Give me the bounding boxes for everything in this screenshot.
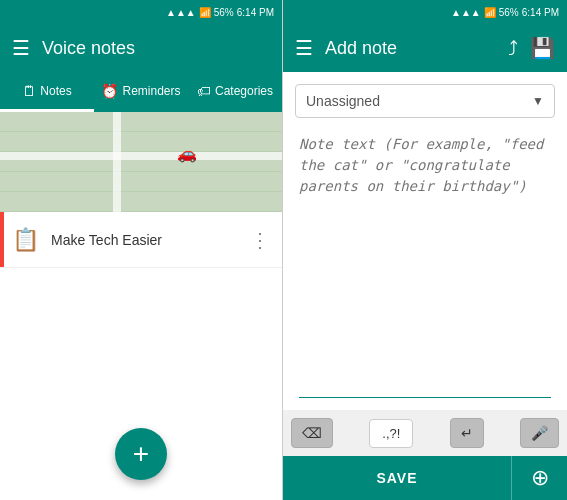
map-road-vertical (113, 112, 121, 212)
note-more-icon[interactable]: ⋮ (250, 228, 270, 252)
left-status-bar: ▲▲▲ 📶 56% 6:14 PM (0, 0, 282, 24)
add-circle-icon: ⊕ (531, 465, 549, 491)
fab-add-button[interactable]: + (115, 428, 167, 480)
map-background (0, 112, 282, 212)
right-battery-text: 56% (499, 7, 519, 18)
note-text-input[interactable] (295, 130, 555, 385)
dropdown-arrow-icon: ▼ (532, 94, 544, 108)
tab-notes[interactable]: 🗒 Notes (0, 72, 94, 112)
add-circle-button[interactable]: ⊕ (511, 456, 567, 500)
fab-plus-icon: + (133, 438, 149, 470)
save-icon[interactable]: 💾 (530, 36, 555, 60)
note-item-title: Make Tech Easier (51, 232, 238, 248)
left-app-title: Voice notes (42, 38, 270, 59)
left-time: 6:14 PM (237, 7, 274, 18)
punctuation-key[interactable]: .,?! (369, 419, 413, 448)
left-panel: ▲▲▲ 📶 56% 6:14 PM ☰ Voice notes 🗒 Notes … (0, 0, 283, 500)
map-road-horizontal (0, 152, 282, 160)
enter-key[interactable]: ↵ (450, 418, 484, 448)
left-toolbar: ☰ Voice notes (0, 24, 282, 72)
map-area: 🚗 (0, 112, 282, 212)
right-signal-icon: ▲▲▲ (451, 7, 481, 18)
categories-tab-label: Categories (215, 84, 273, 98)
action-buttons-row: SAVE ⊕ (283, 456, 567, 500)
notes-tab-label: Notes (40, 84, 71, 98)
right-status-icons: ▲▲▲ 📶 56% 6:14 PM (451, 7, 559, 18)
save-button[interactable]: SAVE (283, 456, 511, 500)
left-battery-text: 56% (214, 7, 234, 18)
categories-tab-icon: 🏷 (197, 83, 211, 99)
note-item-icon: 📋 (12, 227, 39, 253)
notes-tab-icon: 🗒 (22, 83, 36, 99)
tab-reminders[interactable]: ⏰ Reminders (94, 72, 188, 112)
input-underline (299, 397, 551, 398)
map-car-icon: 🚗 (177, 144, 197, 163)
keyboard-top-row: ⌫ .,?! ↵ 🎤 (283, 414, 567, 452)
dropdown-label: Unassigned (306, 93, 380, 109)
tab-categories[interactable]: 🏷 Categories (188, 72, 282, 112)
share-icon[interactable]: ⤴ (508, 37, 518, 60)
left-status-icons: ▲▲▲ 📶 56% 6:14 PM (166, 7, 274, 18)
right-hamburger-icon[interactable]: ☰ (295, 36, 313, 60)
reminders-tab-icon: ⏰ (101, 83, 118, 99)
mic-key[interactable]: 🎤 (520, 418, 559, 448)
hamburger-icon[interactable]: ☰ (12, 36, 30, 60)
left-wifi-icon: 📶 (199, 7, 211, 18)
right-status-bar: ▲▲▲ 📶 56% 6:14 PM (283, 0, 567, 24)
note-list-item[interactable]: 📋 Make Tech Easier ⋮ (0, 212, 282, 268)
left-signal-icon: ▲▲▲ (166, 7, 196, 18)
backspace-key[interactable]: ⌫ (291, 418, 333, 448)
right-content-area: Unassigned ▼ (283, 72, 567, 410)
right-wifi-icon: 📶 (484, 7, 496, 18)
right-panel: ▲▲▲ 📶 56% 6:14 PM ☰ Add note ⤴ 💾 Unassig… (283, 0, 567, 500)
red-indicator-bar (0, 212, 4, 267)
tabs-bar: 🗒 Notes ⏰ Reminders 🏷 Categories (0, 72, 282, 112)
right-app-title: Add note (325, 38, 496, 59)
right-toolbar: ☰ Add note ⤴ 💾 (283, 24, 567, 72)
category-dropdown[interactable]: Unassigned ▼ (295, 84, 555, 118)
right-time: 6:14 PM (522, 7, 559, 18)
keyboard-area: ⌫ .,?! ↵ 🎤 (283, 410, 567, 456)
reminders-tab-label: Reminders (122, 84, 180, 98)
